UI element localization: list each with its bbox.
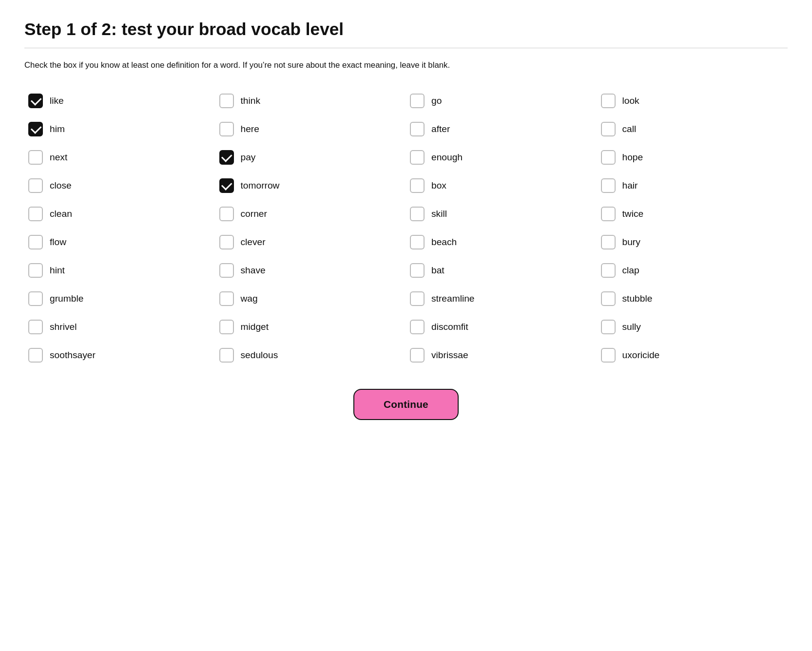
checkbox-call[interactable] <box>601 122 616 136</box>
word-item[interactable]: bury <box>597 228 788 256</box>
checkbox-after[interactable] <box>410 122 425 136</box>
word-item[interactable]: box <box>406 172 597 200</box>
checkbox-sedulous[interactable] <box>219 348 234 363</box>
word-item[interactable]: go <box>406 87 597 115</box>
word-item[interactable]: after <box>406 115 597 143</box>
word-item[interactable]: clap <box>597 256 788 285</box>
word-item[interactable]: hope <box>597 143 788 172</box>
word-item[interactable]: grumble <box>24 285 215 313</box>
word-label: box <box>431 180 446 191</box>
word-label: clever <box>241 237 266 248</box>
word-item[interactable]: call <box>597 115 788 143</box>
word-item[interactable]: beach <box>406 228 597 256</box>
word-item[interactable]: corner <box>215 200 406 228</box>
continue-button[interactable]: Continue <box>353 389 459 420</box>
checkbox-clean[interactable] <box>28 207 43 221</box>
checkbox-grumble[interactable] <box>28 291 43 306</box>
word-item[interactable]: sedulous <box>215 341 406 369</box>
word-label: uxoricide <box>622 350 660 361</box>
checkbox-close[interactable] <box>28 178 43 193</box>
checkbox-wag[interactable] <box>219 291 234 306</box>
checkbox-soothsayer[interactable] <box>28 348 43 363</box>
checkbox-next[interactable] <box>28 150 43 165</box>
checkbox-sully[interactable] <box>601 320 616 334</box>
checkbox-look[interactable] <box>601 94 616 108</box>
word-label: enough <box>431 152 463 163</box>
checkbox-clever[interactable] <box>219 235 234 249</box>
checkbox-hope[interactable] <box>601 150 616 165</box>
word-item[interactable]: tomorrow <box>215 172 406 200</box>
checkbox-pay[interactable] <box>219 150 234 165</box>
word-item[interactable]: next <box>24 143 215 172</box>
checkbox-shave[interactable] <box>219 263 234 278</box>
word-item[interactable]: hair <box>597 172 788 200</box>
instructions-text: Check the box if you know at least one d… <box>24 59 463 71</box>
word-item[interactable]: think <box>215 87 406 115</box>
word-label: streamline <box>431 293 475 304</box>
word-item[interactable]: look <box>597 87 788 115</box>
page-title: Step 1 of 2: test your broad vocab level <box>24 19 788 39</box>
word-item[interactable]: shave <box>215 256 406 285</box>
word-item[interactable]: close <box>24 172 215 200</box>
word-label: him <box>50 124 65 134</box>
word-item[interactable]: uxoricide <box>597 341 788 369</box>
checkbox-vibrissae[interactable] <box>410 348 425 363</box>
checkbox-here[interactable] <box>219 122 234 136</box>
checkbox-think[interactable] <box>219 94 234 108</box>
word-item[interactable]: clever <box>215 228 406 256</box>
checkbox-skill[interactable] <box>410 207 425 221</box>
word-item[interactable]: clean <box>24 200 215 228</box>
checkbox-uxoricide[interactable] <box>601 348 616 363</box>
word-item[interactable]: hint <box>24 256 215 285</box>
checkbox-go[interactable] <box>410 94 425 108</box>
word-item[interactable]: discomfit <box>406 313 597 341</box>
checkbox-shrivel[interactable] <box>28 320 43 334</box>
word-label: like <box>50 96 64 106</box>
word-label: close <box>50 180 72 191</box>
word-item[interactable]: midget <box>215 313 406 341</box>
checkbox-enough[interactable] <box>410 150 425 165</box>
checkbox-tomorrow[interactable] <box>219 178 234 193</box>
checkbox-clap[interactable] <box>601 263 616 278</box>
word-item[interactable]: bat <box>406 256 597 285</box>
checkbox-streamline[interactable] <box>410 291 425 306</box>
word-item[interactable]: vibrissae <box>406 341 597 369</box>
word-item[interactable]: sully <box>597 313 788 341</box>
checkbox-bat[interactable] <box>410 263 425 278</box>
word-label: wag <box>241 293 258 304</box>
checkbox-like[interactable] <box>28 94 43 108</box>
word-item[interactable]: twice <box>597 200 788 228</box>
word-label: bat <box>431 265 445 276</box>
word-item[interactable]: here <box>215 115 406 143</box>
checkbox-hint[interactable] <box>28 263 43 278</box>
checkbox-twice[interactable] <box>601 207 616 221</box>
word-item[interactable]: shrivel <box>24 313 215 341</box>
word-item[interactable]: streamline <box>406 285 597 313</box>
word-label: next <box>50 152 67 163</box>
word-label: shave <box>241 265 266 276</box>
word-item[interactable]: him <box>24 115 215 143</box>
word-item[interactable]: soothsayer <box>24 341 215 369</box>
word-label: hint <box>50 265 65 276</box>
checkbox-corner[interactable] <box>219 207 234 221</box>
word-item[interactable]: skill <box>406 200 597 228</box>
word-item[interactable]: flow <box>24 228 215 256</box>
word-item[interactable]: stubble <box>597 285 788 313</box>
word-label: tomorrow <box>241 180 280 191</box>
word-item[interactable]: wag <box>215 285 406 313</box>
checkbox-hair[interactable] <box>601 178 616 193</box>
word-label: vibrissae <box>431 350 468 361</box>
checkbox-flow[interactable] <box>28 235 43 249</box>
checkbox-stubble[interactable] <box>601 291 616 306</box>
word-item[interactable]: like <box>24 87 215 115</box>
checkbox-box[interactable] <box>410 178 425 193</box>
word-item[interactable]: enough <box>406 143 597 172</box>
checkbox-discomfit[interactable] <box>410 320 425 334</box>
word-label: skill <box>431 209 447 219</box>
checkbox-him[interactable] <box>28 122 43 136</box>
word-label: hope <box>622 152 643 163</box>
checkbox-midget[interactable] <box>219 320 234 334</box>
word-item[interactable]: pay <box>215 143 406 172</box>
checkbox-bury[interactable] <box>601 235 616 249</box>
checkbox-beach[interactable] <box>410 235 425 249</box>
